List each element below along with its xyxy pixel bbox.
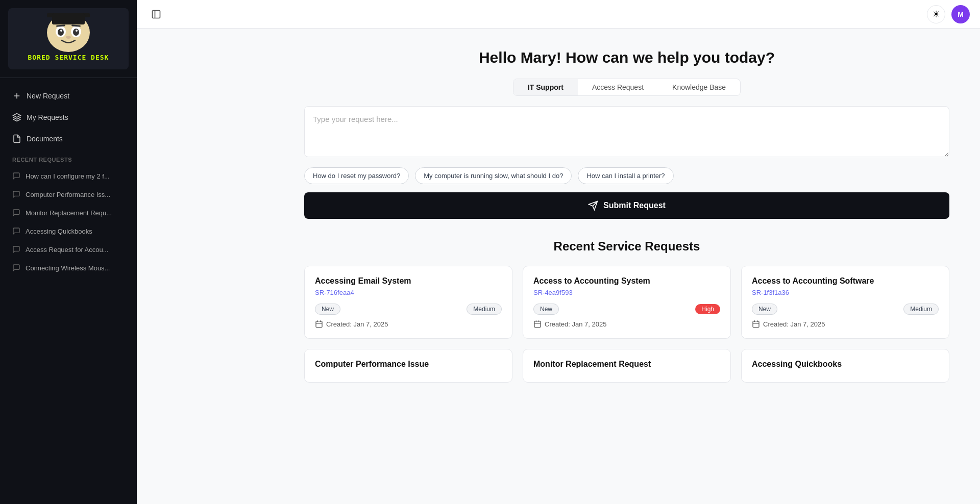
calendar-icon [533, 320, 542, 328]
sidebar-toggle-button[interactable] [147, 5, 165, 23]
recent-item-5[interactable]: Access Request for Accou... [6, 241, 131, 258]
message-icon [12, 172, 20, 180]
recent-item-label: How can I configure my 2 f... [26, 172, 110, 180]
recent-item-4[interactable]: Accessing Quickbooks [6, 223, 131, 239]
send-icon [588, 200, 598, 211]
message-icon [12, 227, 20, 235]
card-meta: New High [533, 304, 720, 315]
layers-icon [12, 113, 21, 122]
cards-grid: Accessing Email System SR-716feaa4 New M… [304, 266, 949, 383]
main-content: Hello Mary! How can we help you today? I… [274, 29, 980, 504]
recent-item-label: Access Request for Accou... [26, 246, 109, 254]
message-icon [12, 209, 20, 217]
card-meta: New Medium [315, 304, 502, 315]
card-4[interactable]: Computer Performance Issue [304, 349, 512, 383]
recent-item-label: Connecting Wireless Mous... [26, 264, 110, 272]
priority-badge: High [695, 304, 720, 314]
sidebar-item-new-request[interactable]: New Request [6, 86, 131, 106]
svg-rect-21 [316, 321, 322, 327]
card-title: Access to Accounting Software [752, 276, 939, 286]
card-1[interactable]: Accessing Email System SR-716feaa4 New M… [304, 266, 512, 339]
card-date: Created: Jan 7, 2025 [533, 320, 720, 328]
suggestion-chips: How do I reset my password? My computer … [304, 167, 949, 184]
svg-marker-16 [13, 114, 21, 118]
theme-toggle-button[interactable]: ☀ [927, 5, 945, 23]
request-textarea[interactable] [304, 106, 949, 157]
nav-item-label: My Requests [27, 113, 68, 121]
svg-point-6 [58, 29, 64, 36]
avatar-initials: M [958, 10, 964, 18]
svg-rect-29 [753, 321, 759, 327]
card-3[interactable]: Access to Accounting Software SR-1f3f1a3… [741, 266, 949, 339]
sidebar: BORED SERVICE DESK New Request My Reques… [0, 0, 137, 504]
recent-item-label: Monitor Replacement Requ... [26, 209, 112, 217]
svg-point-12 [66, 36, 71, 39]
message-icon [12, 190, 20, 198]
svg-point-9 [76, 30, 78, 32]
sun-icon: ☀ [932, 9, 940, 20]
card-6[interactable]: Accessing Quickbooks [741, 349, 949, 383]
tab-access-request[interactable]: Access Request [578, 79, 658, 95]
card-5[interactable]: Monitor Replacement Request [523, 349, 731, 383]
logo-container: BORED SERVICE DESK [0, 0, 137, 78]
card-2[interactable]: Access to Accounting System SR-4ea9f593 … [523, 266, 731, 339]
tab-it-support[interactable]: IT Support [513, 79, 578, 95]
card-ticket-id: SR-4ea9f593 [533, 289, 720, 296]
date-text: Created: Jan 7, 2025 [326, 320, 388, 328]
svg-point-8 [60, 30, 62, 32]
calendar-icon [752, 320, 760, 328]
card-title: Access to Accounting System [533, 276, 720, 286]
sidebar-item-my-requests[interactable]: My Requests [6, 108, 131, 127]
sidebar-item-documents[interactable]: Documents [6, 129, 131, 148]
topbar: ☀ M [137, 0, 980, 29]
nav-item-label: New Request [27, 92, 69, 100]
status-badge: New [533, 304, 559, 315]
sidebar-toggle-icon [151, 9, 161, 19]
message-icon [12, 245, 20, 254]
svg-rect-3 [52, 13, 85, 24]
card-title: Monitor Replacement Request [533, 360, 720, 369]
recent-section-title: Recent Service Requests [304, 239, 949, 254]
topbar-right: ☀ M [927, 5, 970, 23]
card-ticket-id: SR-716feaa4 [315, 289, 502, 296]
submit-request-button[interactable]: Submit Request [304, 192, 949, 219]
recent-item-label: Accessing Quickbooks [26, 228, 92, 235]
recent-item-1[interactable]: How can I configure my 2 f... [6, 168, 131, 184]
svg-rect-25 [534, 321, 541, 327]
svg-rect-17 [153, 10, 160, 18]
svg-point-7 [73, 29, 79, 36]
card-title: Accessing Quickbooks [752, 360, 939, 369]
calendar-icon [315, 320, 323, 328]
sidebar-nav: New Request My Requests Documents Recent… [0, 78, 137, 284]
suggestion-chip-1[interactable]: How do I reset my password? [304, 167, 409, 184]
card-ticket-id: SR-1f3f1a36 [752, 289, 939, 296]
nav-item-label: Documents [27, 135, 63, 143]
card-title: Computer Performance Issue [315, 360, 502, 369]
date-text: Created: Jan 7, 2025 [763, 320, 825, 328]
suggestion-chip-2[interactable]: My computer is running slow, what should… [415, 167, 572, 184]
priority-badge: Medium [903, 304, 939, 315]
topbar-left [147, 5, 165, 23]
recent-item-6[interactable]: Connecting Wireless Mous... [6, 260, 131, 276]
recent-requests-label: Recent Requests [6, 150, 131, 166]
main-tabs: IT Support Access Request Knowledge Base [513, 79, 741, 96]
card-date: Created: Jan 7, 2025 [315, 320, 502, 328]
tab-knowledge-base[interactable]: Knowledge Base [658, 79, 740, 95]
card-date: Created: Jan 7, 2025 [752, 320, 939, 328]
suggestion-chip-3[interactable]: How can I install a printer? [578, 167, 673, 184]
card-title: Accessing Email System [315, 276, 502, 286]
plus-icon [12, 91, 21, 100]
date-text: Created: Jan 7, 2025 [545, 320, 606, 328]
recent-item-label: Computer Performance Iss... [26, 191, 110, 198]
logo-image: BORED SERVICE DESK [8, 8, 129, 69]
svg-text:BORED SERVICE DESK: BORED SERVICE DESK [28, 54, 109, 61]
recent-item-2[interactable]: Computer Performance Iss... [6, 186, 131, 203]
message-icon [12, 264, 20, 272]
submit-button-label: Submit Request [603, 201, 666, 210]
card-meta: New Medium [752, 304, 939, 315]
priority-badge: Medium [467, 304, 502, 315]
file-icon [12, 134, 21, 143]
greeting-title: Hello Mary! How can we help you today? [304, 49, 949, 66]
avatar[interactable]: M [951, 5, 970, 23]
recent-item-3[interactable]: Monitor Replacement Requ... [6, 205, 131, 221]
